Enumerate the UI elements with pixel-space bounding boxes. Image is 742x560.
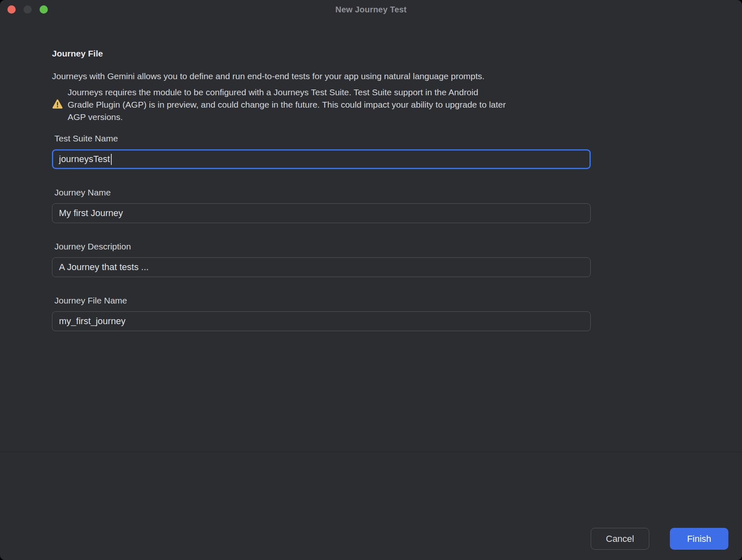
finish-button[interactable]: Finish: [670, 528, 728, 550]
warning-text: Journeys requires the module to be confi…: [68, 86, 506, 123]
journey-description-label: Journey Description: [54, 242, 592, 252]
intro-text: Journeys with Gemini allows you to defin…: [52, 70, 592, 82]
zoom-button[interactable]: [40, 5, 48, 14]
journey-file-name-group: Journey File Name my_first_journey: [52, 296, 592, 331]
dialog-content: Journey File Journeys with Gemini allows…: [0, 19, 592, 331]
journey-name-value: My first Journey: [59, 208, 123, 219]
footer-divider: [0, 452, 742, 452]
warning-triangle-icon: [52, 99, 63, 111]
test-suite-name-input[interactable]: journeysTest: [52, 149, 591, 169]
journey-name-label: Journey Name: [54, 188, 592, 198]
window-title: New Journey Test: [336, 5, 407, 14]
minimize-button: [23, 5, 32, 14]
title-bar: New Journey Test: [0, 0, 742, 19]
journey-file-name-input[interactable]: my_first_journey: [52, 311, 591, 331]
new-journey-test-dialog: New Journey Test Journey File Journeys w…: [0, 0, 742, 560]
dialog-footer: Cancel Finish: [591, 528, 728, 550]
page-title: Journey File: [52, 49, 592, 59]
traffic-lights: [7, 5, 56, 14]
warning-line: Gradle Plugin (AGP) is in preview, and c…: [68, 99, 506, 111]
warning-line: Journeys requires the module to be confi…: [68, 86, 506, 99]
journey-description-group: Journey Description A Journey that tests…: [52, 242, 592, 277]
journey-description-value: A Journey that tests ...: [59, 262, 149, 273]
journey-form: Test Suite Name journeysTest Journey Nam…: [52, 134, 592, 331]
journey-file-name-label: Journey File Name: [54, 296, 592, 306]
journey-description-input[interactable]: A Journey that tests ...: [52, 257, 591, 277]
journey-name-input[interactable]: My first Journey: [52, 203, 591, 223]
agp-warning: Journeys requires the module to be confi…: [52, 86, 592, 123]
test-suite-name-group: Test Suite Name journeysTest: [52, 134, 592, 169]
close-button[interactable]: [7, 5, 16, 14]
warning-line: AGP versions.: [68, 111, 506, 123]
text-caret: [111, 154, 112, 165]
test-suite-name-value: journeysTest: [59, 154, 110, 165]
journey-name-group: Journey Name My first Journey: [52, 188, 592, 223]
journey-file-name-value: my_first_journey: [59, 316, 125, 327]
cancel-button[interactable]: Cancel: [591, 528, 649, 550]
test-suite-name-label: Test Suite Name: [54, 134, 592, 144]
